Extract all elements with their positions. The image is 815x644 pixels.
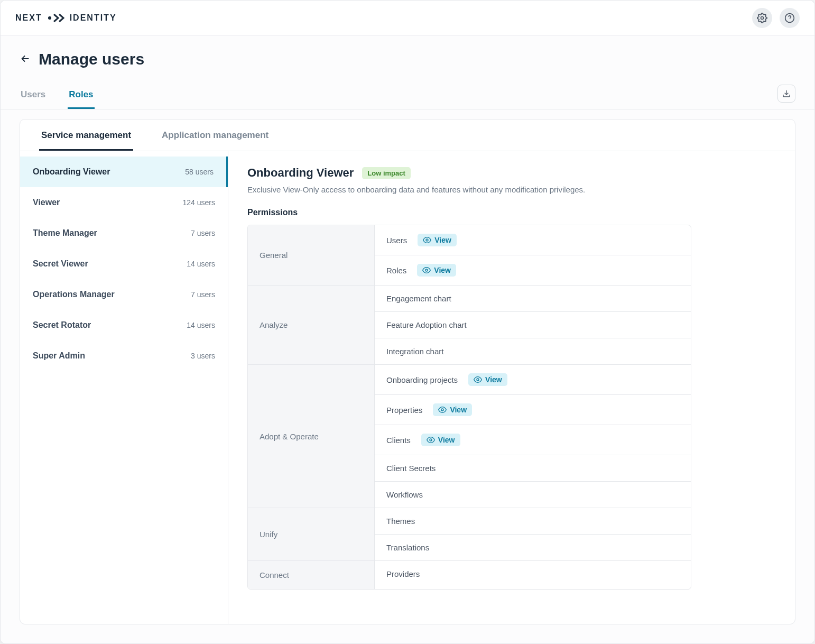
eye-icon [423, 236, 431, 244]
export-button[interactable] [777, 85, 795, 103]
eye-icon [422, 266, 431, 274]
role-item[interactable]: Theme Manager7 users [20, 218, 228, 249]
tab-application-management[interactable]: Application management [160, 119, 271, 151]
role-item-name: Secret Viewer [33, 259, 88, 269]
view-badge-label: View [450, 406, 467, 414]
permission-group-name: Analyze [248, 286, 375, 364]
view-badge: View [468, 373, 507, 386]
permission-row: Engagement chart [375, 286, 691, 311]
svg-point-9 [426, 239, 428, 241]
permissions-table: GeneralUsersViewRolesViewAnalyzeEngageme… [247, 225, 691, 590]
role-item-count: 124 users [183, 198, 215, 207]
view-badge: View [418, 234, 457, 246]
page-title: Manage users [39, 50, 144, 68]
view-badge-label: View [434, 236, 451, 244]
svg-point-5 [761, 16, 764, 19]
role-item[interactable]: Secret Viewer14 users [20, 249, 228, 279]
permission-group: Adopt & OperateOnboarding projectsViewPr… [248, 364, 691, 508]
settings-button[interactable] [752, 8, 772, 28]
permission-label: Engagement chart [386, 294, 451, 303]
role-item-count: 3 users [191, 352, 215, 360]
view-badge-label: View [438, 436, 455, 444]
permission-label: Users [386, 236, 407, 245]
permission-row: Workflows [375, 481, 691, 508]
permission-label: Properties [386, 406, 422, 415]
brand-logo: NEXT IDENTITY [15, 13, 117, 23]
svg-point-11 [477, 379, 479, 381]
view-badge: View [421, 434, 460, 446]
eye-icon [474, 375, 482, 384]
permission-group: GeneralUsersViewRolesView [248, 225, 691, 285]
role-item-name: Onboarding Viewer [33, 167, 110, 177]
role-detail-title: Onboarding Viewer [247, 166, 354, 180]
permission-row: Integration chart [375, 338, 691, 364]
permission-row: Translations [375, 534, 691, 560]
brand-left: NEXT [15, 13, 42, 23]
permission-row: Client Secrets [375, 455, 691, 481]
permission-label: Integration chart [386, 347, 443, 356]
permission-row: RolesView [375, 255, 691, 285]
svg-point-12 [441, 409, 443, 411]
brand-chevrons-icon [47, 13, 66, 23]
role-item-name: Viewer [33, 198, 60, 207]
permission-row: UsersView [375, 225, 691, 255]
permission-row: Themes [375, 508, 691, 534]
help-button[interactable] [780, 8, 800, 28]
svg-point-10 [425, 269, 428, 271]
arrow-left-icon [20, 53, 31, 65]
permission-label: Roles [386, 266, 406, 275]
gear-icon [757, 13, 767, 23]
permission-label: Translations [386, 543, 429, 552]
permissions-heading: Permissions [247, 208, 776, 217]
role-list: Onboarding Viewer58 usersViewer124 users… [20, 151, 228, 624]
permission-group-name: Connect [248, 561, 375, 589]
view-badge-label: View [485, 375, 502, 384]
permission-group-name: General [248, 225, 375, 285]
permission-row: Providers [375, 561, 691, 587]
role-item-count: 14 users [187, 260, 215, 268]
role-item-count: 58 users [185, 168, 214, 176]
secondary-tabs: Service management Application managemen… [20, 119, 795, 151]
permission-group: AnalyzeEngagement chartFeature Adoption … [248, 285, 691, 364]
role-item[interactable]: Operations Manager7 users [20, 279, 228, 310]
role-item-count: 14 users [187, 321, 215, 329]
role-item-count: 7 users [191, 290, 215, 299]
role-item[interactable]: Onboarding Viewer58 users [20, 157, 228, 187]
permission-row: Feature Adoption chart [375, 311, 691, 338]
role-item[interactable]: Super Admin3 users [20, 341, 228, 371]
permission-row: Onboarding projectsView [375, 365, 691, 394]
tab-roles[interactable]: Roles [68, 82, 94, 109]
permission-label: Client Secrets [386, 464, 436, 473]
permission-row: ClientsView [375, 425, 691, 455]
permission-group-name: Unify [248, 508, 375, 560]
tab-service-management[interactable]: Service management [39, 119, 133, 151]
permission-label: Feature Adoption chart [386, 320, 467, 329]
eye-icon [427, 436, 435, 444]
role-detail: Onboarding Viewer Low impact Exclusive V… [228, 151, 795, 624]
role-item-count: 7 users [191, 229, 215, 237]
tab-users[interactable]: Users [20, 82, 47, 109]
permission-label: Onboarding projects [386, 375, 458, 384]
back-button[interactable] [20, 53, 31, 66]
svg-point-13 [430, 439, 432, 441]
view-badge: View [433, 403, 472, 416]
download-icon [782, 89, 791, 98]
role-detail-description: Exclusive View-Only access to onboarding… [247, 185, 776, 194]
help-icon [784, 13, 795, 23]
permission-label: Providers [386, 569, 420, 578]
role-item[interactable]: Viewer124 users [20, 187, 228, 218]
permission-label: Clients [386, 436, 411, 445]
role-item-name: Theme Manager [33, 228, 97, 238]
permission-label: Workflows [386, 490, 423, 499]
permission-group-name: Adopt & Operate [248, 365, 375, 508]
role-item-name: Super Admin [33, 351, 85, 361]
view-badge: View [417, 264, 456, 277]
role-item[interactable]: Secret Rotator14 users [20, 310, 228, 341]
view-badge-label: View [434, 266, 451, 274]
role-item-name: Operations Manager [33, 290, 115, 299]
permission-row: PropertiesView [375, 394, 691, 425]
permission-label: Themes [386, 517, 415, 526]
impact-badge: Low impact [362, 167, 411, 179]
brand-right: IDENTITY [70, 13, 117, 23]
role-item-name: Secret Rotator [33, 320, 91, 330]
